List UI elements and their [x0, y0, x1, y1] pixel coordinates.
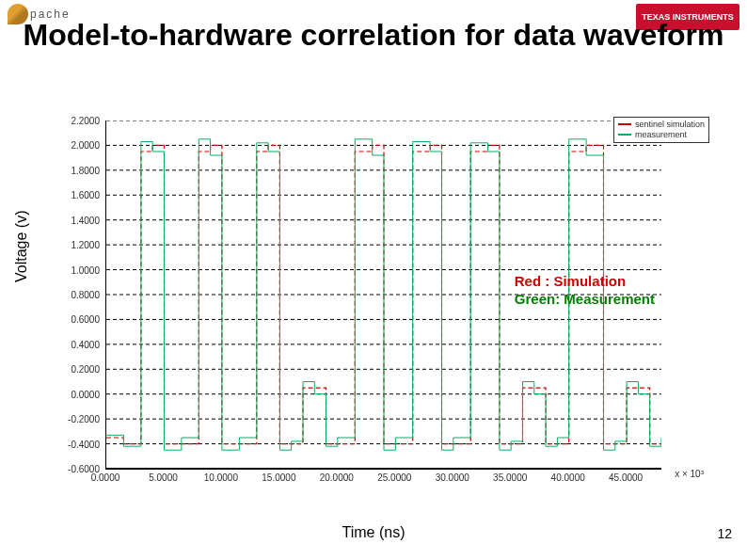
chart: 2.20002.00001.80001.60001.40001.20001.00…: [53, 113, 711, 499]
chart-legend: sentinel simulation measurement: [613, 117, 709, 143]
x-axis-label: Time (ns): [0, 524, 747, 541]
legend-label-meas: measurement: [635, 130, 687, 140]
x-unit-note: x × 10³: [675, 469, 704, 479]
page-title: Model-to-hardware correlation for data w…: [0, 19, 747, 52]
annotation-green: Green: Measurement: [515, 291, 655, 309]
annotation-box: Red : Simulation Green: Measurement: [515, 273, 655, 309]
y-axis-label: Voltage (v): [13, 211, 30, 282]
y-ticks: 2.20002.00001.80001.60001.40001.20001.00…: [53, 120, 103, 469]
x-ticks: 0.00005.000010.000015.000020.000025.0000…: [105, 472, 660, 491]
legend-swatch-red: [618, 123, 631, 125]
legend-row-meas: measurement: [618, 130, 705, 140]
legend-row-sim: sentinel simulation: [618, 120, 705, 130]
legend-label-sim: sentinel simulation: [635, 120, 705, 130]
slide: pache TEXAS INSTRUMENTS Model-to-hardwar…: [0, 0, 747, 560]
page-number: 12: [717, 526, 732, 541]
annotation-red: Red : Simulation: [515, 273, 655, 291]
legend-swatch-green: [618, 134, 631, 136]
